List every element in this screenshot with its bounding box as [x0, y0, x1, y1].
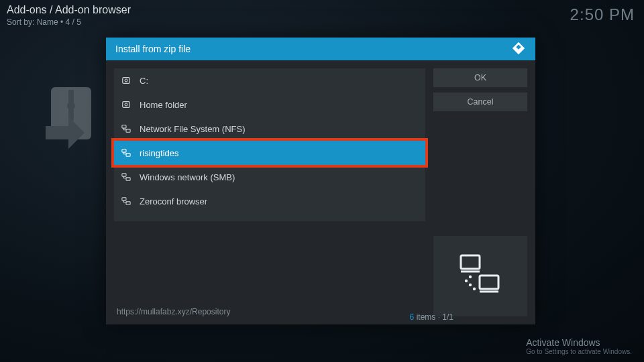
item-count: 6: [410, 312, 415, 322]
network-computers-icon: [457, 251, 504, 301]
svg-point-20: [469, 284, 472, 286]
svg-rect-9: [122, 149, 126, 152]
list-item[interactable]: Windows network (SMB): [114, 165, 425, 189]
list-item-label: Zeroconf browser: [140, 196, 207, 206]
cancel-button[interactable]: Cancel: [433, 93, 527, 111]
svg-point-2: [67, 102, 75, 110]
svg-rect-10: [126, 154, 130, 156]
net-icon: [121, 123, 131, 134]
list-item-label: Network File System (NFS): [140, 124, 245, 134]
svg-point-6: [125, 103, 127, 106]
list-item[interactable]: Zeroconf browser: [114, 189, 425, 213]
net-icon: [121, 172, 131, 182]
kodi-logo-icon: [511, 41, 526, 58]
list-item[interactable]: risingtides: [114, 141, 425, 165]
svg-rect-17: [480, 276, 498, 289]
net-icon: [121, 147, 131, 158]
svg-rect-8: [126, 129, 130, 132]
watermark-subtitle: Go to Settings to activate Windows.: [526, 348, 632, 355]
drive-icon: [121, 75, 131, 86]
dialog-title: Install from zip file: [115, 44, 191, 54]
list-item-label: Home folder: [140, 100, 187, 110]
svg-rect-7: [122, 125, 126, 128]
list-item-label: C:: [140, 76, 148, 86]
footer-path: https://mullafabz.xyz/Repository: [114, 303, 425, 316]
install-zip-dialog: Install from zip file C:Home folderNetwo…: [106, 38, 535, 324]
clock: 2:50 PM: [570, 5, 635, 24]
breadcrumb: Add-ons / Add-on browser: [7, 4, 637, 16]
screen-header: Add-ons / Add-on browser Sort by: Name •…: [7, 4, 637, 27]
drive-icon: [121, 99, 131, 110]
svg-point-19: [465, 280, 468, 282]
zip-install-icon: [44, 87, 105, 161]
list-item-label: Windows network (SMB): [140, 172, 235, 182]
net-icon: [121, 196, 131, 206]
svg-rect-3: [123, 78, 130, 84]
svg-point-21: [473, 288, 476, 290]
watermark-title: Activate Windows: [526, 337, 632, 348]
pager: 6 items · 1/1: [410, 312, 453, 322]
windows-activation-watermark: Activate Windows Go to Settings to activ…: [526, 337, 632, 355]
sort-label: Sort by: Name: [7, 17, 58, 27]
svg-point-22: [469, 276, 472, 278]
list-item[interactable]: Network File System (NFS): [114, 117, 425, 141]
svg-rect-15: [461, 255, 480, 269]
svg-rect-5: [123, 102, 130, 108]
svg-point-4: [125, 79, 127, 82]
svg-rect-14: [126, 202, 130, 204]
preview-panel: [433, 236, 527, 316]
svg-rect-11: [122, 174, 126, 176]
ok-button[interactable]: OK: [433, 68, 527, 87]
source-list: C:Home folderNetwork File System (NFS)ri…: [114, 68, 425, 221]
sort-line: Sort by: Name • 4 / 5: [7, 17, 637, 27]
svg-rect-12: [126, 178, 130, 180]
svg-rect-13: [122, 198, 126, 200]
list-item[interactable]: C:: [114, 68, 425, 93]
list-item-label: risingtides: [140, 148, 179, 158]
list-item[interactable]: Home folder: [114, 93, 425, 117]
list-position: 4 / 5: [66, 17, 81, 27]
dialog-title-bar: Install from zip file: [106, 38, 535, 60]
